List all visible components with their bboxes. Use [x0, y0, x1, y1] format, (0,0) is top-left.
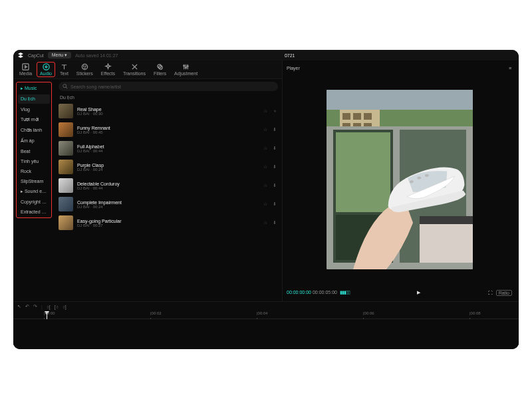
left-column: Media Audio Text Stickers Effects	[13, 61, 283, 301]
favorite-icon[interactable]: ☆	[263, 183, 267, 188]
sidebar-highlight: ▸ Music Du lịch Vlog Tươi mới Chữa lành …	[16, 82, 52, 218]
add-track-icon[interactable]: ⬇	[271, 201, 278, 207]
sidebar-extra-0[interactable]: ▸ Sound effe...	[18, 187, 50, 196]
sidebar-cat-4[interactable]: Ấm áp	[18, 136, 50, 146]
audio-sidebar: ▸ Music Du lịch Vlog Tươi mới Chữa lành …	[13, 79, 55, 301]
fullscreen-icon[interactable]: ⛶	[488, 291, 493, 295]
ruler-tick: |00:08	[469, 311, 481, 315]
svg-point-5	[85, 66, 86, 66]
tab-media[interactable]: Media	[16, 62, 35, 77]
track-thumb	[59, 197, 73, 211]
sidebar-cat-5[interactable]: Beat	[18, 147, 50, 156]
sidebar-extra-2[interactable]: Extracted a...	[18, 207, 50, 216]
svg-rect-27	[336, 132, 390, 212]
sidebar-cat-1[interactable]: Vlog	[18, 105, 50, 114]
track-name: Funny Remnant	[77, 126, 259, 130]
track-row[interactable]: Purple Clasp DJ BAI · 00:24 ☆ ⬇	[55, 158, 282, 176]
add-track-icon[interactable]: ⬇	[271, 146, 278, 151]
menu-button[interactable]: Menu ▾	[48, 52, 71, 59]
redo-icon[interactable]: ↷	[33, 304, 37, 309]
ratio-button[interactable]: Ratio	[496, 290, 512, 296]
split-icon[interactable]: ⎀[	[47, 305, 51, 309]
play-button[interactable]: ▶	[417, 290, 420, 295]
favorite-icon[interactable]: ☆	[263, 220, 267, 225]
ruler-tick: |00:06	[363, 311, 374, 315]
add-track-icon[interactable]: ＋	[271, 108, 278, 114]
svg-rect-30	[420, 216, 473, 224]
timeline-ruler[interactable]: |00:00|00:02|00:04|00:06|00:08	[13, 311, 519, 319]
track-name: Complete Impairment	[77, 200, 259, 205]
sidebar-music-header[interactable]: ▸ Music	[18, 84, 50, 93]
split-left-icon[interactable]: [⎀	[55, 305, 59, 309]
favorite-icon[interactable]: ☆	[263, 164, 267, 170]
sidebar-cat-3[interactable]: Chữa lành	[18, 126, 50, 135]
timeline: ↖ ↶ ↷ | ⎀[ [⎀ ⎀] |00:00|00:02|00:04|00:0…	[13, 301, 519, 349]
track-row[interactable]: Real Shape DJ BAI · 00:30 ☆ ＋	[55, 102, 282, 120]
sidebar-cat-6[interactable]: Tình yêu	[18, 157, 50, 166]
tab-adjustment[interactable]: Adjustment	[171, 62, 201, 77]
timeline-body[interactable]	[13, 319, 519, 349]
split-right-icon[interactable]: ⎀]	[63, 305, 66, 309]
add-track-icon[interactable]: ⬇	[271, 183, 278, 188]
search-icon	[63, 84, 68, 89]
sidebar-cat-2[interactable]: Tươi mới	[18, 115, 50, 124]
search-input[interactable]: Search song name/artist	[59, 82, 278, 91]
track-row[interactable]: Funny Remnant DJ BAI · 00:45 ☆ ⬇	[55, 120, 282, 139]
favorite-icon[interactable]: ☆	[263, 108, 267, 114]
sidebar-cat-0[interactable]: Du lịch	[18, 94, 50, 104]
undo-icon[interactable]: ↶	[25, 304, 29, 309]
tab-text[interactable]: Text	[57, 62, 72, 77]
player-panel: Player ≡	[283, 61, 519, 301]
track-meta: DJ BAI · 00:27	[77, 223, 259, 227]
brand-name: CapCut	[28, 53, 44, 58]
add-track-icon[interactable]: ⬇	[271, 164, 278, 170]
track-meta: DJ BAI · 00:44	[77, 149, 259, 153]
autosave-label: Auto saved 14:01:27	[75, 53, 118, 58]
track-meta: DJ BAI · 00:24	[77, 168, 259, 172]
music-list-panel: Search song name/artist Du lịch Real Sha…	[55, 79, 282, 301]
tab-stickers[interactable]: Stickers	[73, 62, 96, 77]
brand-logo	[17, 52, 24, 59]
tabstrip: Media Audio Text Stickers Effects	[13, 61, 282, 79]
tc-current: 00:00:00:00	[287, 290, 311, 295]
ruler-tick: |00:04	[257, 311, 268, 315]
track-thumb	[59, 104, 73, 118]
svg-rect-0	[23, 64, 29, 70]
tab-effects[interactable]: Effects	[98, 62, 118, 77]
svg-point-1	[43, 64, 49, 70]
track-thumb	[59, 215, 73, 230]
svg-rect-15	[342, 113, 350, 120]
main-row: Media Audio Text Stickers Effects	[13, 61, 519, 301]
topbar: CapCut Menu ▾ Auto saved 14:01:27 0721	[13, 50, 519, 61]
favorite-icon[interactable]: ☆	[263, 146, 267, 151]
cursor-tool-icon[interactable]: ↖	[17, 304, 21, 309]
add-track-icon[interactable]: ⬇	[271, 127, 278, 132]
ruler-tick: |00:00	[44, 311, 55, 315]
track-meta: DJ BAI · 00:44	[77, 186, 259, 190]
track-row[interactable]: Complete Impairment DJ BAI · 00:24 ☆ ⬇	[55, 195, 282, 213]
track-thumb	[59, 141, 73, 156]
track-thumb	[59, 160, 73, 174]
sidebar-extra-1[interactable]: Copyright c...	[18, 198, 50, 206]
track-name: Full Alphabet	[77, 144, 259, 149]
track-row[interactable]: Easy-going Particular DJ BAI · 00:27 ☆ ⬇	[55, 213, 282, 232]
sidebar-cat-7[interactable]: Rock	[18, 167, 50, 176]
preview-viewport[interactable]	[285, 72, 513, 287]
track-row[interactable]: Full Alphabet DJ BAI · 00:44 ☆ ⬇	[55, 139, 282, 158]
tab-filters[interactable]: Filters	[150, 62, 170, 77]
sidebar-cat-8[interactable]: SlipStream	[18, 177, 50, 186]
search-placeholder: Search song name/artist	[70, 84, 121, 89]
track-row[interactable]: Delectable Corduroy DJ BAI · 00:44 ☆ ⬇	[55, 176, 282, 195]
list-title: Du lịch	[55, 94, 282, 102]
player-menu-icon[interactable]: ≡	[509, 66, 512, 70]
tab-transitions[interactable]: Transitions	[120, 62, 149, 77]
tab-audio[interactable]: Audio	[37, 62, 55, 77]
favorite-icon[interactable]: ☆	[263, 201, 267, 207]
favorite-icon[interactable]: ☆	[263, 127, 267, 132]
svg-rect-16	[353, 113, 361, 120]
add-track-icon[interactable]: ⬇	[271, 220, 278, 225]
project-title: 0721	[122, 53, 458, 58]
track-name: Easy-going Particular	[77, 219, 259, 223]
svg-point-2	[45, 66, 47, 68]
timeline-tools: ↖ ↶ ↷ | ⎀[ [⎀ ⎀]	[13, 302, 519, 311]
